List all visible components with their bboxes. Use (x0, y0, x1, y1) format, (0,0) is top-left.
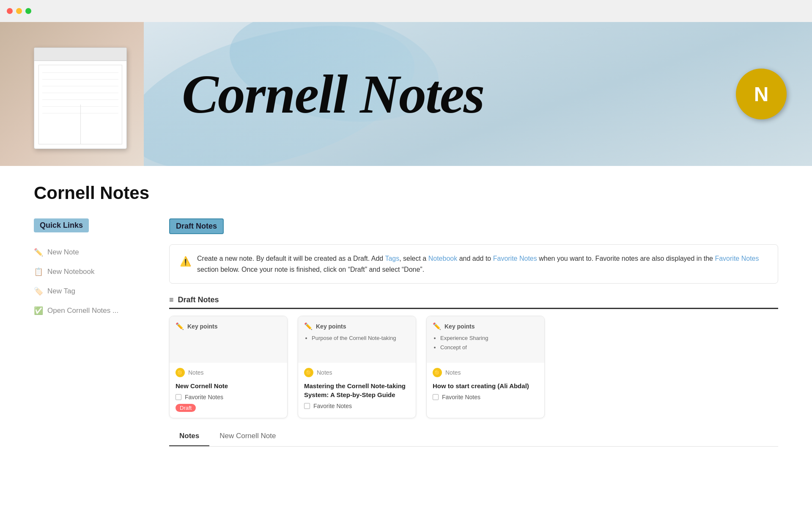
quick-link-new-note[interactable]: ✏️ New Note (34, 246, 152, 259)
card-bottom-0: 🟡 Notes New Cornell Note Favorite Notes … (170, 363, 287, 417)
card-preview-header-0: ✏️ Key points (176, 322, 281, 330)
notes-label-1: Notes (317, 369, 332, 376)
card-checkbox-row-1: Favorite Notes (304, 403, 410, 409)
info-text-4: when you want to. Favorite notes are als… (537, 255, 715, 262)
info-box: ⚠️ Create a new note. By default it will… (169, 244, 778, 284)
card-preview-header-2: ✏️ Key points (433, 322, 538, 330)
close-button[interactable] (7, 8, 13, 14)
nb-line-4 (42, 89, 118, 93)
card-bottom-2: 🟡 Notes How to start creating (Ali Abdal… (427, 363, 544, 409)
draft-notes-list-icon: ≡ (169, 295, 174, 304)
info-link-favorite2[interactable]: Favorite Notes (715, 255, 759, 262)
quick-link-open-cornell[interactable]: ✅ Open Cornell Notes ... (34, 304, 152, 317)
favorite-label-1: Favorite Notes (313, 403, 352, 409)
card-bullet-2-0: Experience Sharing (440, 334, 538, 343)
notion-n-letter: N (754, 83, 769, 106)
quick-link-new-notebook[interactable]: 📋 New Notebook (34, 265, 152, 278)
pencil-icon-0: ✏️ (176, 322, 184, 330)
card-title-2: How to start creating (Ali Abdal) (433, 381, 538, 390)
quick-link-new-tag[interactable]: 🏷️ New Tag (34, 285, 152, 298)
cards-row: ✏️ Key points 🟡 Notes New Cornell Note F… (169, 316, 778, 418)
new-notebook-icon: 📋 (34, 267, 43, 276)
card-bottom-1: 🟡 Notes Mastering the Cornell Note-takin… (298, 363, 416, 418)
hero-banner: Cornell Notes N (0, 22, 812, 166)
card-preview-header-1: ✏️ Key points (304, 322, 410, 330)
card-bullets-2: Experience Sharing Concept of (433, 334, 538, 352)
key-points-label-1: Key points (316, 323, 346, 330)
hero-left-bg (0, 22, 152, 166)
card-notes-header-1: 🟡 Notes (304, 368, 410, 377)
nb-divider (80, 105, 81, 144)
main-content: Cornell Notes Quick Links ✏️ New Note 📋 … (0, 166, 812, 464)
card-checkbox-2[interactable] (433, 394, 439, 400)
card-bullet-1-0: Purpose of the Cornell Note-taking (312, 334, 410, 343)
pencil-icon-1: ✏️ (304, 322, 313, 330)
card-preview-1: ✏️ Key points Purpose of the Cornell Not… (298, 316, 416, 363)
nb-line-1 (42, 69, 118, 73)
note-card-2[interactable]: ✏️ Key points Experience Sharing Concept… (426, 316, 545, 418)
card-title-1: Mastering the Cornell Note-taking System… (304, 381, 410, 399)
notes-circle-icon-1: 🟡 (304, 368, 313, 377)
info-link-notebook[interactable]: Notebook (428, 255, 458, 262)
page-title: Cornell Notes (34, 183, 778, 203)
card-bullet-2-1: Concept of (440, 343, 538, 352)
favorite-label-0: Favorite Notes (185, 394, 223, 400)
open-cornell-icon: ✅ (34, 306, 43, 315)
nb-line-5 (42, 96, 118, 100)
quick-links-list: ✏️ New Note 📋 New Notebook 🏷️ New Tag ✅ … (34, 246, 152, 317)
draft-notes-header-text: Draft Notes (178, 295, 219, 304)
bottom-section: Notes New Cornell Note (169, 427, 778, 447)
maximize-button[interactable] (25, 8, 31, 14)
card-checkbox-0[interactable] (176, 394, 181, 400)
new-note-label: New Note (47, 248, 79, 257)
hero-notebook-inner (38, 65, 122, 144)
notes-circle-icon-0: 🟡 (176, 368, 185, 377)
key-points-label-0: Key points (187, 323, 218, 330)
right-column: Draft Notes ⚠️ Create a new note. By def… (169, 218, 778, 447)
bottom-nav: Notes New Cornell Note (169, 427, 778, 447)
hero-title: Cornell Notes (182, 66, 484, 121)
titlebar (0, 0, 812, 22)
card-preview-0: ✏️ Key points (170, 316, 287, 363)
notes-circle-icon-2: 🟡 (433, 368, 442, 377)
new-note-icon: ✏️ (34, 248, 43, 257)
card-bullets-1: Purpose of the Cornell Note-taking (304, 334, 410, 343)
hero-notion-logo: N (736, 69, 787, 119)
info-text-2: , select a (399, 255, 428, 262)
minimize-button[interactable] (16, 8, 22, 14)
nav-item-new-cornell-note[interactable]: New Cornell Note (209, 427, 286, 446)
info-text-content: Create a new note. By default it will be… (197, 253, 768, 275)
card-checkbox-1[interactable] (304, 403, 310, 409)
info-text-3: and add to (457, 255, 493, 262)
note-card-1[interactable]: ✏️ Key points Purpose of the Cornell Not… (298, 316, 416, 418)
note-card-0[interactable]: ✏️ Key points 🟡 Notes New Cornell Note F… (169, 316, 288, 418)
pencil-icon-2: ✏️ (433, 322, 441, 330)
draft-notes-section-header: ≡ Draft Notes (169, 295, 778, 309)
card-notes-header-2: 🟡 Notes (433, 368, 538, 377)
nb-line-2 (42, 75, 118, 80)
info-link-tags[interactable]: Tags (385, 255, 399, 262)
info-icon: ⚠️ (180, 254, 191, 269)
notes-label-2: Notes (445, 369, 461, 376)
new-notebook-label: New Notebook (47, 268, 95, 276)
draft-notes-label: Draft Notes (169, 218, 224, 234)
card-checkbox-row-0: Favorite Notes (176, 394, 281, 400)
info-text-before-tags: Create a new note. By default it will be… (197, 255, 385, 262)
quick-links-label: Quick Links (34, 218, 89, 232)
info-link-favorite[interactable]: Favorite Notes (493, 255, 537, 262)
info-text-5: section below. Once your note is finishe… (197, 266, 424, 273)
key-points-label-2: Key points (444, 323, 475, 330)
card-checkbox-row-2: Favorite Notes (433, 394, 538, 400)
card-preview-2: ✏️ Key points Experience Sharing Concept… (427, 316, 544, 363)
nav-item-notes[interactable]: Notes (169, 427, 209, 446)
left-column: Quick Links ✏️ New Note 📋 New Notebook 🏷… (34, 218, 152, 317)
notes-label-0: Notes (188, 369, 204, 376)
new-tag-icon: 🏷️ (34, 287, 43, 296)
new-tag-label: New Tag (47, 287, 75, 295)
nb-line-3 (42, 82, 118, 86)
card-notes-header-0: 🟡 Notes (176, 368, 281, 377)
columns-layout: Quick Links ✏️ New Note 📋 New Notebook 🏷… (34, 218, 778, 447)
favorite-label-2: Favorite Notes (442, 394, 480, 400)
hero-notebook-decoration (34, 47, 127, 149)
open-cornell-label: Open Cornell Notes ... (47, 306, 118, 315)
